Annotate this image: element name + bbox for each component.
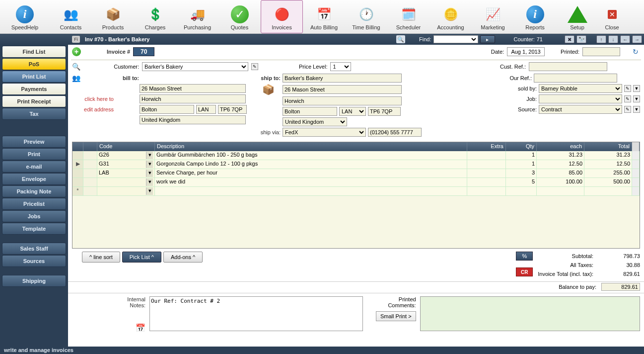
cust-ref-field[interactable] bbox=[529, 62, 607, 71]
toolbar-marketing[interactable]: 📈Marketing bbox=[472, 0, 514, 33]
ship-city[interactable] bbox=[283, 96, 402, 105]
percent-button[interactable]: % bbox=[516, 252, 533, 261]
ship-street[interactable] bbox=[283, 85, 402, 94]
toolbar-accounting[interactable]: 🪙Accounting bbox=[429, 0, 472, 33]
line-sort-button[interactable]: ^ line sort bbox=[82, 252, 120, 263]
sidebar-print[interactable]: Print bbox=[2, 148, 66, 160]
filter-source-icon[interactable]: ▼ bbox=[633, 106, 640, 113]
bill-region[interactable] bbox=[196, 105, 216, 114]
grid-row[interactable]: ▾work we did5100.00500.00 bbox=[72, 178, 640, 187]
col-total[interactable]: Total bbox=[584, 142, 632, 151]
info-icon: i bbox=[16, 5, 34, 23]
toolbar-charges[interactable]: 💲Charges bbox=[134, 0, 176, 33]
edit-soldby-icon[interactable]: ✎ bbox=[624, 85, 631, 92]
toolbar-quotes[interactable]: ✓Quotes bbox=[218, 0, 261, 33]
col-code[interactable]: Code bbox=[97, 142, 155, 151]
ship-postcode[interactable] bbox=[368, 107, 401, 116]
ship-name[interactable] bbox=[283, 74, 402, 83]
sidebar-sources[interactable]: Sources bbox=[2, 255, 66, 267]
internal-notes[interactable] bbox=[149, 296, 363, 331]
toolbar-setup[interactable]: Setup bbox=[556, 0, 598, 33]
col-each[interactable]: each bbox=[537, 142, 584, 151]
sidebar-pricelist[interactable]: Pricelist bbox=[2, 198, 66, 210]
sidebar-tax[interactable]: Tax bbox=[2, 108, 66, 120]
nav-up-icon[interactable]: ↑ bbox=[596, 35, 606, 43]
toolbar-reports[interactable]: iReports bbox=[514, 0, 556, 33]
price-level-select[interactable]: 1 bbox=[330, 62, 351, 71]
col-desc[interactable]: Description bbox=[155, 142, 467, 151]
grid-row[interactable]: LAB▾Service Charge, per hour385.00255.00 bbox=[72, 169, 640, 178]
bill-postcode[interactable] bbox=[218, 105, 247, 114]
toolbar-timebilling[interactable]: 🕐Time Billing bbox=[345, 0, 387, 33]
sidebar-preview[interactable]: Preview bbox=[2, 136, 66, 148]
ship-country[interactable]: United Kingdom bbox=[283, 117, 347, 126]
nav-next-icon[interactable]: → bbox=[632, 35, 642, 43]
customer-select[interactable]: Barker's Bakery bbox=[142, 62, 248, 71]
job-select[interactable] bbox=[539, 94, 622, 103]
bill-country[interactable] bbox=[140, 115, 246, 124]
col-extra[interactable]: Extra bbox=[467, 142, 506, 151]
find-go-button[interactable]: ▸ bbox=[480, 35, 495, 43]
sidebar-sales-staff[interactable]: Sales Staff bbox=[2, 243, 66, 255]
edit-hint1[interactable]: click here to bbox=[72, 96, 114, 102]
sidebar-find-list[interactable]: Find List bbox=[2, 46, 66, 58]
ship-town[interactable] bbox=[283, 107, 337, 116]
pick-list-button[interactable]: Pick List ^ bbox=[122, 252, 161, 263]
sidebar-shipping[interactable]: Shipping bbox=[2, 275, 66, 287]
sidebar-packing-note[interactable]: Packing Note bbox=[2, 185, 66, 197]
ship-phone[interactable] bbox=[368, 128, 422, 137]
filter-job-icon[interactable]: ▼ bbox=[633, 95, 640, 102]
add-icon[interactable]: + bbox=[72, 47, 81, 56]
bill-town[interactable] bbox=[140, 105, 194, 114]
grid-new-row[interactable]: * ▾ bbox=[72, 187, 640, 196]
small-print-button[interactable]: Small Print > bbox=[376, 311, 416, 321]
nav-down-icon[interactable]: ↓ bbox=[608, 35, 618, 43]
search-icon[interactable]: 🔍 bbox=[396, 35, 405, 43]
toolbar-close[interactable]: ✕Close bbox=[598, 0, 626, 33]
source-select[interactable]: Contract bbox=[539, 105, 622, 114]
printed-comments[interactable] bbox=[420, 296, 640, 331]
toolbar-autobilling[interactable]: 📅Auto Billing bbox=[303, 0, 345, 33]
close-icon: ✕ bbox=[603, 5, 621, 23]
toolbar-products[interactable]: 📦Products bbox=[92, 0, 134, 33]
grid-row[interactable]: G26▾Gumbär Gummibärchen 100 - 250 g bags… bbox=[72, 151, 640, 160]
col-qty[interactable]: Qty bbox=[506, 142, 537, 151]
sidebar-email[interactable]: e-mail bbox=[2, 161, 66, 173]
sidebar-envelope[interactable]: Envelope bbox=[2, 173, 66, 185]
nav-binoculars-icon[interactable]: 🔭 bbox=[576, 35, 586, 43]
sidebar-print-list[interactable]: Print List bbox=[2, 71, 66, 83]
toolbar-contacts[interactable]: 👥Contacts bbox=[50, 0, 92, 33]
sidebar-jobs[interactable]: Jobs bbox=[2, 210, 66, 222]
edit-customer-icon[interactable]: ✎ bbox=[251, 63, 258, 70]
calendar-icon[interactable]: 📅 bbox=[116, 323, 145, 333]
nav-prev-icon[interactable]: ← bbox=[620, 35, 630, 43]
top-toolbar: i SpeedHelp 👥Contacts 📦Products 💲Charges… bbox=[0, 0, 644, 34]
grid-header: Code Description Extra Qty each Total bbox=[72, 142, 640, 151]
filter-soldby-icon[interactable]: ▼ bbox=[633, 85, 640, 92]
toolbar-scheduler[interactable]: 🗓️Scheduler bbox=[387, 0, 429, 33]
ship-via-select[interactable]: FedX bbox=[283, 128, 366, 137]
sidebar-template[interactable]: Template bbox=[2, 223, 66, 235]
toolbar-invoices[interactable]: 🔴Invoices bbox=[261, 0, 303, 33]
cr-button[interactable]: CR bbox=[516, 267, 533, 276]
edit-hint2[interactable]: edit address bbox=[72, 106, 114, 112]
ship-region[interactable]: LAN bbox=[339, 107, 366, 116]
sold-by-select[interactable]: Barney Rubble bbox=[539, 84, 622, 93]
edit-job-icon[interactable]: ✎ bbox=[624, 95, 631, 102]
our-ref-field[interactable] bbox=[534, 74, 617, 83]
find-select[interactable] bbox=[433, 35, 478, 43]
date-field[interactable] bbox=[507, 47, 545, 56]
sidebar-print-receipt[interactable]: Print Receipt bbox=[2, 95, 66, 107]
reload-icon[interactable]: ↻ bbox=[631, 48, 640, 55]
sidebar-payments[interactable]: Payments bbox=[2, 83, 66, 95]
sidebar-pos[interactable]: PoS bbox=[2, 58, 66, 70]
toolbar-speedhelp[interactable]: i SpeedHelp bbox=[0, 0, 50, 33]
edit-source-icon[interactable]: ✎ bbox=[624, 106, 631, 113]
bill-city[interactable] bbox=[140, 94, 246, 103]
bill-street[interactable] bbox=[140, 84, 246, 93]
nav-cancel-icon[interactable]: ✖ bbox=[565, 35, 574, 43]
grid-row[interactable]: ▶G31▾Gorgonzola Campo Lindo 12 - 100 g p… bbox=[72, 160, 640, 169]
toolbar-purchasing[interactable]: 🚚Purchasing bbox=[176, 0, 218, 33]
magnify-icon[interactable]: 🔍 bbox=[72, 63, 80, 71]
addons-button[interactable]: Add-ons ^ bbox=[163, 252, 203, 263]
